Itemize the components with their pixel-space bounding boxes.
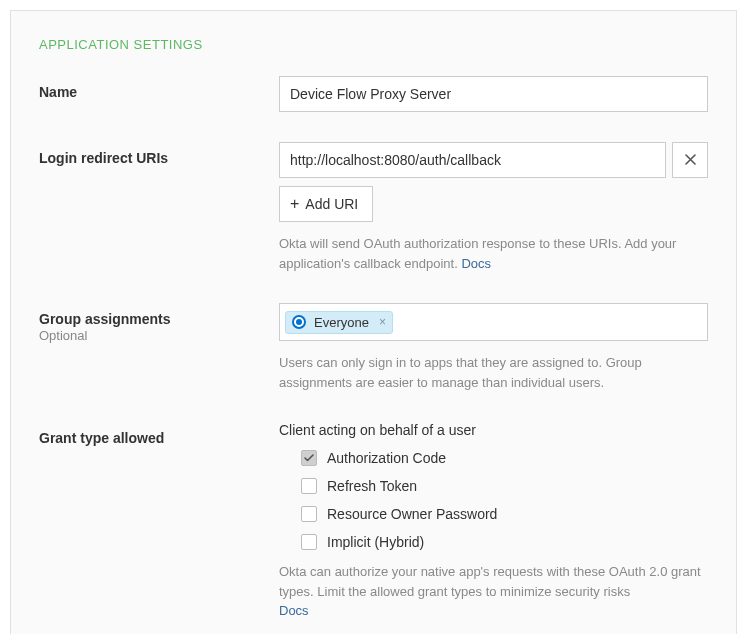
add-uri-label: Add URI	[305, 196, 358, 212]
checkbox-authorization-code	[301, 450, 317, 466]
label-col: Login redirect URIs	[39, 142, 279, 166]
checkbox-refresh-token[interactable]	[301, 478, 317, 494]
row-group-assignments: Group assignments Optional Everyone × Us…	[39, 303, 708, 392]
grant-option-authorization-code: Authorization Code	[279, 450, 708, 466]
group-label: Group assignments	[39, 311, 279, 327]
checkbox-label: Refresh Token	[327, 478, 417, 494]
control-col: Everyone × Users can only sign in to app…	[279, 303, 708, 392]
grant-option-resource-owner-password: Resource Owner Password	[279, 506, 708, 522]
redirect-docs-link[interactable]: Docs	[461, 256, 491, 271]
control-col: Client acting on behalf of a user Author…	[279, 422, 708, 621]
close-icon	[685, 152, 696, 168]
add-uri-button[interactable]: + Add URI	[279, 186, 373, 222]
checkbox-resource-owner-password[interactable]	[301, 506, 317, 522]
name-label: Name	[39, 84, 279, 100]
group-sublabel: Optional	[39, 328, 279, 343]
redirect-label: Login redirect URIs	[39, 150, 279, 166]
remove-tag-button[interactable]: ×	[379, 315, 386, 329]
grant-docs-link[interactable]: Docs	[279, 603, 309, 618]
checkbox-label: Implicit (Hybrid)	[327, 534, 424, 550]
control-col: + Add URI Okta will send OAuth authoriza…	[279, 142, 708, 273]
group-help: Users can only sign in to apps that they…	[279, 353, 708, 392]
grant-option-refresh-token: Refresh Token	[279, 478, 708, 494]
row-redirect-uris: Login redirect URIs + Add URI Okta will …	[39, 142, 708, 273]
grant-label: Grant type allowed	[39, 430, 279, 446]
grant-help: Okta can authorize your native app's req…	[279, 562, 708, 621]
group-input[interactable]: Everyone ×	[279, 303, 708, 341]
settings-card: APPLICATION SETTINGS Name Login redirect…	[10, 10, 737, 634]
row-name: Name	[39, 76, 708, 112]
uri-row	[279, 142, 708, 178]
redirect-uri-input[interactable]	[279, 142, 666, 178]
label-col: Name	[39, 76, 279, 100]
checkbox-label: Authorization Code	[327, 450, 446, 466]
grant-help-text: Okta can authorize your native app's req…	[279, 564, 701, 599]
name-input[interactable]	[279, 76, 708, 112]
redirect-help: Okta will send OAuth authorization respo…	[279, 234, 708, 273]
label-col: Group assignments Optional	[39, 303, 279, 343]
section-title: APPLICATION SETTINGS	[39, 37, 708, 52]
grant-subhead: Client acting on behalf of a user	[279, 422, 708, 438]
remove-uri-button[interactable]	[672, 142, 708, 178]
label-col: Grant type allowed	[39, 422, 279, 446]
grant-option-implicit: Implicit (Hybrid)	[279, 534, 708, 550]
checkbox-implicit[interactable]	[301, 534, 317, 550]
control-col	[279, 76, 708, 112]
row-grant-type: Grant type allowed Client acting on beha…	[39, 422, 708, 621]
plus-icon: +	[290, 196, 299, 212]
group-tag-label: Everyone	[314, 315, 369, 330]
checkbox-label: Resource Owner Password	[327, 506, 497, 522]
group-icon	[292, 315, 306, 329]
group-tag: Everyone ×	[285, 311, 393, 334]
